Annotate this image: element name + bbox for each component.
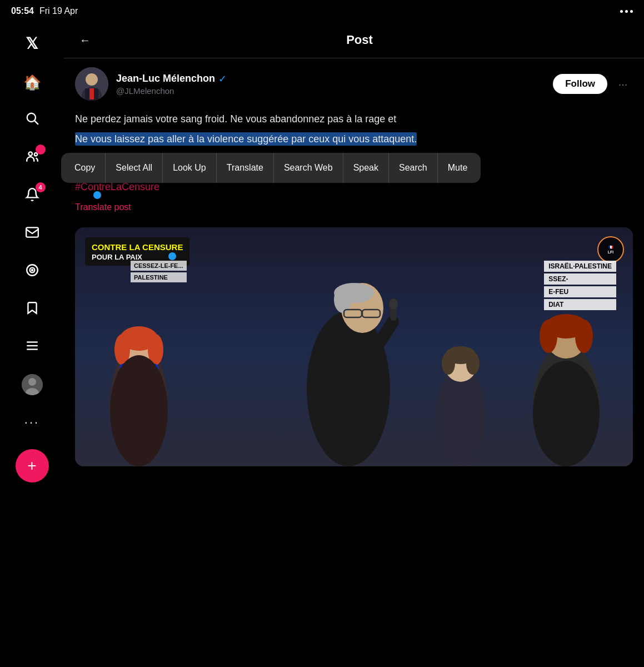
app-layout: 𝕏 🏠 [0,0,644,667]
sidebar-item-profile[interactable] [16,368,49,401]
sign-cessez: CESSEZ-LE-FE... [131,261,187,271]
author-more-button[interactable]: ··· [613,74,633,94]
notifications-badge: 4 [36,182,46,192]
svg-point-2 [28,152,32,156]
context-search[interactable]: Search [389,153,438,183]
author-name-row: Jean-Luc Mélenchon ✓ [116,73,545,85]
sidebar-item-home[interactable]: 🏠 [16,66,49,99]
post-title: Post [106,33,613,47]
image-placeholder: CONTRE LA CENSURE POUR LA PAIX 🇫🇷LFI ISR… [75,227,633,466]
svg-point-47 [442,352,455,375]
post-selected-paragraph: Ne vous laissez pas aller à la violence … [75,132,633,147]
context-select-all[interactable]: Select All [106,153,163,183]
search-icon [25,111,39,129]
communities-badge [36,145,46,155]
svg-point-3 [34,153,37,156]
svg-point-48 [466,352,480,375]
sidebar-item-messages[interactable] [16,217,49,250]
status-time: 05:54 [11,6,34,16]
context-speak[interactable]: Speak [343,153,389,183]
context-menu: Copy Select All Look Up Translate Search… [61,153,481,183]
crowd-person-right [511,288,622,466]
sidebar-item-notifications[interactable]: 4 [16,179,49,212]
bookmark-icon [25,301,39,317]
context-copy[interactable]: Copy [64,153,106,183]
dot-1 [620,10,623,13]
svg-point-37 [389,298,398,310]
selected-text: Ne vous laissez pas aller à la violence … [75,132,417,146]
sign-ssez: SSEZ- [544,273,616,285]
crowd-person-left [92,305,186,466]
sidebar-item-spaces[interactable] [16,255,49,288]
author-name: Jean-Luc Mélenchon [116,73,215,84]
context-look-up[interactable]: Look Up [163,153,217,183]
svg-point-27 [110,355,168,466]
sidebar-item-more[interactable]: ··· [16,406,49,439]
context-translate[interactable]: Translate [217,153,274,183]
status-date: Fri 19 Apr [39,6,78,16]
svg-point-0 [27,113,35,122]
crowd-person-center-right [422,322,500,466]
x-logo-icon: 𝕏 [26,34,38,53]
svg-rect-18 [89,88,94,99]
context-search-web[interactable]: Search Web [274,153,343,183]
verified-icon: ✓ [218,73,227,85]
more-icon: ··· [24,415,39,430]
translate-post-link[interactable]: Translate post [75,201,633,215]
compose-button[interactable]: + [16,449,49,482]
svg-point-7 [31,270,32,271]
post-intro: Ne perdez jamais votre sang froid. Ne vo… [75,112,633,127]
svg-point-42 [575,320,593,353]
post-header: ← Post [64,22,644,58]
svg-line-1 [34,121,38,125]
sidebar-item-bookmarks[interactable] [16,292,49,326]
sign-israel-palestine: ISRAËL·PALESTINE [544,261,616,272]
svg-point-41 [540,320,557,353]
sidebar-item-lists[interactable] [16,330,49,364]
lists-icon [25,339,39,355]
sign-palestine: PALESTINE [131,272,187,282]
sidebar: 𝕏 🏠 [0,22,64,667]
main-content: ← Post Jean-Luc [64,22,644,667]
speaker-main [276,255,432,466]
author-actions: Follow ··· [553,74,633,94]
svg-point-15 [86,73,98,86]
follow-button[interactable]: Follow [553,74,607,94]
svg-rect-4 [26,227,38,237]
author-handle: @JLMelenchon [116,86,545,96]
selection-handle-end[interactable] [168,252,176,260]
compose-icon: + [27,458,36,474]
svg-point-28 [307,311,390,466]
home-icon: 🏠 [23,74,41,91]
dot-3 [630,10,633,13]
mail-icon [25,225,39,242]
sidebar-item-communities[interactable] [16,141,49,175]
back-arrow-icon: ← [79,34,91,47]
context-mute[interactable]: Mute [438,153,478,183]
post-image[interactable]: CONTRE LA CENSURE POUR LA PAIX 🇫🇷LFI ISR… [75,227,633,466]
sidebar-item-search[interactable] [16,103,49,137]
protest-signs-left: CESSEZ-LE-FE... PALESTINE [131,261,187,282]
status-dots [620,10,633,13]
author-row: Jean-Luc Mélenchon ✓ @JLMelenchon Follow… [64,58,644,106]
selection-handle-start[interactable] [93,191,101,199]
lfi-logo-text: 🇫🇷LFI [608,245,614,255]
x-logo-button[interactable]: 𝕏 [16,28,49,61]
svg-point-12 [28,378,36,386]
banner-text-1: CONTRE LA CENSURE [92,242,183,253]
status-bar: 05:54 Fri 19 Apr [0,0,644,22]
spaces-icon [25,263,39,280]
author-avatar[interactable] [75,67,108,101]
svg-point-43 [533,361,600,466]
avatar [22,374,43,395]
author-info: Jean-Luc Mélenchon ✓ @JLMelenchon [116,73,545,96]
back-button[interactable]: ← [75,30,95,50]
dot-2 [625,10,628,13]
